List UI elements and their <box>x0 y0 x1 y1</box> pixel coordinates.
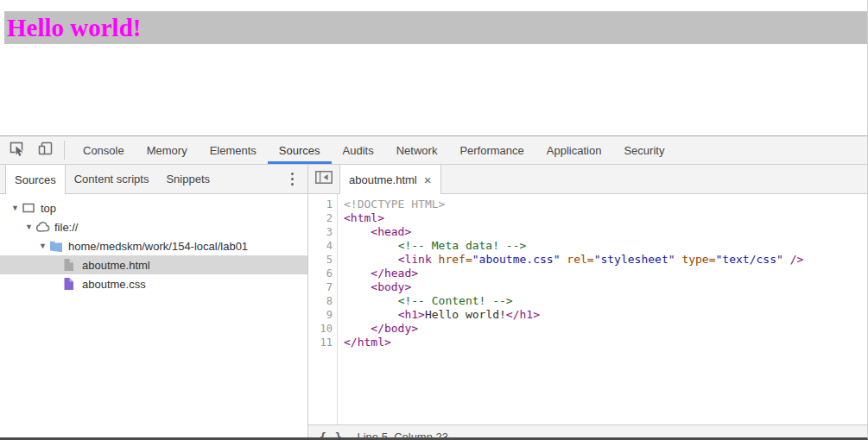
device-toolbar-icon <box>37 141 54 160</box>
kebab-menu-icon[interactable] <box>288 168 297 190</box>
tab-elements[interactable]: Elements <box>199 136 268 164</box>
code-line-9[interactable]: <h1>Hello world!</h1> <box>344 308 867 322</box>
line-number[interactable]: 10 <box>308 322 337 336</box>
tab-application[interactable]: Application <box>535 136 613 164</box>
navigator-tab-snippets[interactable]: Snippets <box>157 165 219 193</box>
code-line-7[interactable]: <body> <box>344 280 867 294</box>
code-line-11[interactable]: </html> <box>344 336 867 349</box>
folder-icon <box>49 240 65 252</box>
code-line-5[interactable]: <link href="aboutme.css" rel="stylesheet… <box>344 253 867 267</box>
browser-window: Hello world! <box>0 0 868 440</box>
expand-arrow-icon[interactable]: ▼ <box>36 242 49 250</box>
inspect-icon <box>8 140 26 160</box>
line-number[interactable]: 7 <box>308 280 337 294</box>
tab-network[interactable]: Network <box>385 136 449 164</box>
code-line-2[interactable]: <html> <box>344 211 867 225</box>
cursor-position: Line 5, Column 23 <box>357 431 448 440</box>
toolbar-divider <box>64 141 65 160</box>
code-line-6[interactable]: </head> <box>344 267 867 280</box>
line-number-gutter[interactable]: 1234567891011 <box>308 194 338 424</box>
tree-item-aboutme-html[interactable]: aboutme.html <box>0 255 307 274</box>
sidebar-collapse-icon <box>315 171 333 187</box>
code-line-10[interactable]: </body> <box>344 322 867 336</box>
tab-security[interactable]: Security <box>612 136 675 164</box>
tree-item-label: aboutme.html <box>82 259 150 272</box>
line-number[interactable]: 9 <box>308 308 337 322</box>
tab-memory[interactable]: Memory <box>136 136 199 164</box>
expand-arrow-icon[interactable]: ▼ <box>9 204 22 212</box>
code-pane[interactable]: <!DOCTYPE HTML><html> <head> <!-- Meta d… <box>338 194 867 424</box>
devtools-panel: ConsoleMemoryElementsSourcesAuditsNetwor… <box>0 135 867 440</box>
line-number[interactable]: 6 <box>308 267 337 280</box>
tree-item-top[interactable]: ▼top <box>0 198 307 217</box>
inspect-element-button[interactable] <box>3 136 29 164</box>
tree-item-aboutme-css[interactable]: aboutme.css <box>0 274 307 293</box>
editor-tab-label: aboutme.html <box>349 173 417 186</box>
device-toolbar-button[interactable] <box>33 136 59 164</box>
main-toolbar-tabs: ConsoleMemoryElementsSourcesAuditsNetwor… <box>72 136 675 164</box>
line-number[interactable]: 8 <box>308 294 337 308</box>
code-line-1[interactable]: <!DOCTYPE HTML> <box>344 198 867 211</box>
line-number[interactable]: 4 <box>308 239 337 253</box>
navigator-tab-content-scripts[interactable]: Content scripts <box>66 165 158 193</box>
page-heading: Hello world! <box>4 11 867 44</box>
tree-item-label: file:// <box>54 221 78 234</box>
line-number[interactable]: 11 <box>308 336 337 349</box>
rendered-webpage: Hello world! <box>0 11 867 135</box>
file-tree: ▼top▼file://▼home/medskm/work/154-local/… <box>0 194 307 440</box>
navigator-tab-sources[interactable]: Sources <box>5 165 66 194</box>
tab-performance[interactable]: Performance <box>448 136 535 164</box>
collapse-sidebar-button[interactable] <box>314 165 333 193</box>
tab-audits[interactable]: Audits <box>332 136 385 164</box>
pretty-print-button[interactable]: { } <box>308 431 351 440</box>
expand-arrow-icon[interactable]: ▼ <box>22 223 35 231</box>
tab-console[interactable]: Console <box>72 136 136 164</box>
tree-item-home-medskm-work-154-local-lab01[interactable]: ▼home/medskm/work/154-local/lab01 <box>0 236 307 255</box>
file-css-icon <box>63 277 79 291</box>
cloud-icon <box>35 221 51 233</box>
editor-tab-bar: aboutme.html × <box>308 165 867 194</box>
line-number[interactable]: 5 <box>308 253 337 267</box>
frame-icon <box>22 202 37 214</box>
code-line-8[interactable]: <!-- Content! --> <box>344 294 867 308</box>
close-icon[interactable]: × <box>424 173 432 186</box>
code-line-3[interactable]: <head> <box>344 225 867 239</box>
sidebar-tabs-mount: SourcesContent scriptsSnippets <box>0 165 219 193</box>
line-number[interactable]: 2 <box>308 211 337 225</box>
file-html-icon <box>63 258 79 272</box>
editor-panel: aboutme.html × 1234567891011 <!DOCTYPE H… <box>308 165 867 440</box>
navigator-tab-bar: SourcesContent scriptsSnippets <box>0 165 307 194</box>
line-number[interactable]: 3 <box>308 225 337 239</box>
file-navigator: SourcesContent scriptsSnippets ▼top▼file… <box>0 165 308 440</box>
code-editor[interactable]: 1234567891011 <!DOCTYPE HTML><html> <hea… <box>308 194 867 424</box>
editor-status-bar: { } Line 5, Column 23 <box>308 424 867 440</box>
line-number[interactable]: 1 <box>308 198 337 211</box>
tree-item-label: top <box>41 202 56 215</box>
tree-item-label: home/medskm/work/154-local/lab01 <box>68 240 248 253</box>
devtools-main-toolbar: ConsoleMemoryElementsSourcesAuditsNetwor… <box>0 136 867 165</box>
code-line-4[interactable]: <!-- Meta data! --> <box>344 239 867 253</box>
editor-tab-aboutme-html[interactable]: aboutme.html × <box>339 165 441 194</box>
tree-item-file-[interactable]: ▼file:// <box>0 217 307 236</box>
tree-item-label: aboutme.css <box>82 278 146 291</box>
tab-sources[interactable]: Sources <box>268 136 332 164</box>
sources-panel: SourcesContent scriptsSnippets ▼top▼file… <box>0 165 867 440</box>
